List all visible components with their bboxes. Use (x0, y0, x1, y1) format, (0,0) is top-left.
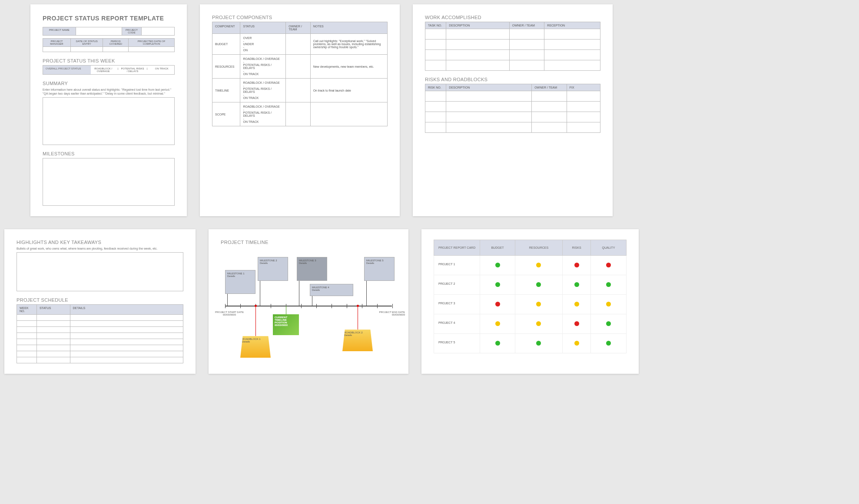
cell[interactable] (286, 55, 310, 79)
roadblock-box[interactable]: ROADBLOCK 2 Details (342, 329, 373, 351)
table-row[interactable] (425, 91, 600, 102)
milestone-box[interactable]: MILESTONE 4 Details (310, 284, 353, 296)
status-cell (515, 314, 562, 334)
timeline-start-label: PROJECT START DATE 00/00/0000 (212, 311, 247, 316)
cell[interactable] (286, 102, 310, 126)
hdr: STATUS (240, 22, 286, 34)
status-opt[interactable]: POTENTIAL RISKS / DELAYS (120, 66, 145, 74)
table-row[interactable] (17, 339, 183, 345)
current-connector (286, 306, 286, 314)
status-sep: | (145, 66, 149, 74)
table-row[interactable] (425, 50, 600, 60)
risks-table: RISK NO. DESCRIPTION OWNER / TEAM FIX (425, 84, 600, 133)
status-cell (515, 295, 562, 314)
milestone-box[interactable]: MILESTONE 2 Details (258, 257, 288, 281)
tick (332, 304, 332, 308)
lbl: 00/00/0000 (370, 313, 405, 316)
table-row[interactable] (17, 357, 183, 363)
table-row[interactable] (425, 122, 600, 133)
lbl: 00/00/0000 (212, 313, 247, 316)
cell[interactable] (310, 102, 387, 126)
table-row[interactable] (425, 40, 600, 50)
section-heading: PROJECT STATUS THIS WEEK (43, 58, 175, 63)
cell: Call out highlights: "Exceptional work,"… (310, 34, 387, 55)
hdr: WEEK NO. (17, 305, 37, 315)
table-row[interactable] (17, 315, 183, 321)
page-project-components: PROJECT COMPONENTS COMPONENT STATUS OWNE… (200, 4, 400, 216)
document-row-1: PROJECT STATUS REPORT TEMPLATE PROJECT N… (4, 4, 855, 216)
hdr: DATE OF STATUS ENTRY (71, 39, 103, 47)
table-row[interactable] (425, 29, 600, 40)
roadblock-box[interactable]: ROADBLOCK 1 Details (240, 336, 271, 358)
milestone-box[interactable]: MILESTONE 3 Details (297, 257, 327, 281)
table-row[interactable] (17, 321, 183, 327)
cell[interactable] (142, 27, 175, 36)
cell[interactable] (286, 34, 310, 55)
status-cell (563, 256, 591, 275)
page-work-risks: WORK ACCOMPLISHED TASK NO. DESCRIPTION O… (413, 4, 613, 216)
status-opt[interactable]: ROADBLOCK / OVERAGE (91, 66, 116, 74)
tick (362, 304, 362, 308)
status-label: OVERALL PROJECT STATUS (43, 66, 91, 74)
status-cell (563, 275, 591, 295)
hdr: PROJECT REPORT CARD (434, 240, 480, 256)
hdr: FIX (567, 84, 600, 91)
hdr: DETAILS (70, 305, 183, 315)
cell: ROADBLOCK / OVERAGE - POTENTIAL RISKS / … (240, 102, 286, 126)
hdr: PROJECT MANAGER (43, 39, 71, 47)
section-heading: SUMMARY (43, 81, 175, 86)
components-table: COMPONENT STATUS OWNER / TEAM NOTES BUDG… (212, 22, 388, 126)
hdr: TASK NO. (425, 22, 446, 29)
milestones-box[interactable] (43, 158, 175, 206)
milestone-box[interactable]: MILESTONE 5 Details (364, 257, 395, 281)
status-dot-icon (536, 341, 541, 346)
hdr: OWNER / TEAM (509, 22, 544, 29)
section-heading: PROJECT SCHEDULE (17, 297, 183, 303)
table-row[interactable] (425, 112, 600, 122)
hdr: RISKS (563, 240, 591, 256)
cell[interactable] (76, 27, 122, 36)
document-row-2: HIGHLIGHTS AND KEY TAKEAWAYS Bullets of … (4, 229, 855, 374)
table-row[interactable] (17, 333, 183, 339)
status-dot-icon (606, 302, 611, 306)
status-dot-icon (536, 302, 541, 306)
table-row[interactable] (17, 345, 183, 351)
status-cell (515, 275, 562, 295)
highlights-desc: Bullets of great work, who owns what, wh… (17, 247, 183, 250)
status-opt[interactable]: ON TRACK (149, 66, 174, 74)
hdr-project-name: PROJECT NAME (43, 27, 76, 36)
status-cell (515, 334, 562, 353)
hdr: RISK NO. (425, 84, 446, 91)
project-name-cell: PROJECT 2 (434, 275, 480, 295)
cell: TIMELINE (212, 79, 240, 102)
status-dot-icon (536, 282, 541, 287)
current-position-flag[interactable]: CURRENT TIMELINE POSITION 00/00/0000 (273, 314, 299, 335)
summary-box[interactable] (43, 97, 175, 145)
cell: On track to final launch date (310, 79, 387, 102)
table-row: TIMELINE ROADBLOCK / OVERAGE - POTENTIAL… (212, 79, 388, 102)
status-dot-icon (536, 321, 541, 326)
roadblock-connector (255, 306, 256, 336)
cell[interactable] (43, 47, 71, 52)
section-heading: WORK ACCOMPLISHED (425, 15, 600, 20)
tick (392, 304, 393, 308)
highlights-box[interactable] (17, 252, 183, 291)
milestone-det: Details (299, 262, 325, 264)
table-row[interactable] (425, 60, 600, 71)
cell: ROADBLOCK / OVERAGE - POTENTIAL RISKS / … (240, 55, 286, 79)
table-row[interactable] (425, 102, 600, 112)
cell[interactable] (71, 47, 103, 52)
table-row[interactable] (17, 327, 183, 333)
milestone-det: Details (260, 262, 286, 264)
page-timeline: PROJECT TIMELINE MILESTONE 1 Details (209, 229, 408, 374)
cell[interactable] (286, 79, 310, 102)
cell[interactable] (103, 47, 129, 52)
table-row[interactable] (17, 351, 183, 357)
milestone-box[interactable]: MILESTONE 1 Details (225, 270, 255, 294)
cell[interactable] (129, 47, 175, 52)
status-dot-icon (606, 341, 611, 346)
section-heading: PROJECT TIMELINE (221, 240, 396, 245)
page-title: PROJECT STATUS REPORT TEMPLATE (43, 15, 175, 22)
work-table: TASK NO. DESCRIPTION OWNER / TEAM RECEPT… (425, 22, 600, 71)
page-highlights-schedule: HIGHLIGHTS AND KEY TAKEAWAYS Bullets of … (4, 229, 196, 374)
